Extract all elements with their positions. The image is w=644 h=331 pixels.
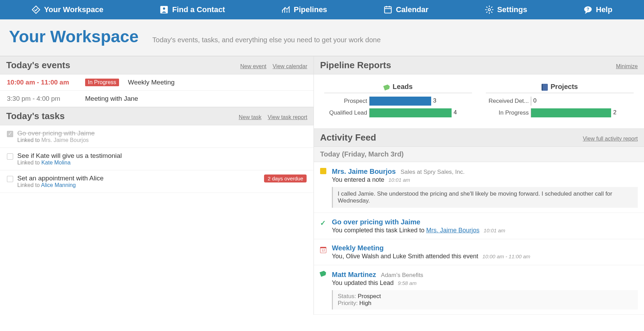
page-title: Your Workspace — [9, 27, 138, 46]
task-linked-contact[interactable]: Alice Manning — [41, 182, 76, 188]
new-event-link[interactable]: New event — [240, 63, 266, 70]
nav-workspace-label: Your Workspace — [44, 5, 103, 14]
calendar-small-icon: 12 — [320, 247, 327, 254]
event-title: Weekly Meeting — [128, 79, 175, 86]
activity-item-time: 10:01 am — [484, 227, 506, 233]
activity-item[interactable]: Mrs. Jaime BourjosSales at Spry Sales, I… — [314, 162, 644, 213]
workspace-icon — [31, 5, 40, 14]
activity-date-heading: Today (Friday, March 3rd) — [314, 147, 644, 162]
activity-item-desc: You, Olive Walsh and Luke Smith attended… — [332, 253, 638, 260]
help-icon: ? — [583, 5, 592, 14]
task-title: See if Kate will give us a testimonial — [17, 152, 307, 160]
activity-item-meta: Sales at Spry Sales, Inc. — [401, 169, 465, 176]
top-nav: Your Workspace Find a Contact Pipelines … — [0, 0, 644, 19]
view-calendar-link[interactable]: View calendar — [273, 63, 307, 70]
task-row[interactable]: Go over pricing with JaimeLinked to Mrs.… — [0, 125, 314, 148]
nav-calendar-label: Calendar — [396, 5, 428, 14]
nav-workspace[interactable]: Your Workspace — [31, 5, 103, 14]
events-title: Today's events — [6, 60, 70, 71]
pipeline-header: Pipeline Reports Minimize — [314, 56, 644, 74]
activity-item-meta: Adam's Benefits — [381, 272, 423, 279]
pipeline-row-value: 4 — [454, 109, 457, 116]
task-row[interactable]: See if Kate will give us a testimonialLi… — [0, 148, 314, 170]
nav-help[interactable]: ? Help — [583, 5, 613, 14]
view-activity-report-link[interactable]: View full activity report — [583, 136, 638, 142]
pipeline-row-label: Qualified Lead — [324, 109, 369, 116]
pipeline-title: Pipeline Reports — [320, 60, 391, 71]
activity-desc-link[interactable]: Mrs. Jaime Bourjos — [426, 227, 480, 234]
activity-item-time: 10:01 am — [388, 177, 410, 183]
nav-settings-label: Settings — [497, 5, 527, 14]
event-title: Meeting with Jane — [85, 95, 138, 102]
task-row[interactable]: Set an appointment with AliceLinked to A… — [0, 170, 314, 193]
task-checkbox[interactable] — [7, 131, 13, 137]
task-checkbox[interactable] — [7, 153, 13, 160]
activity-item-desc: You updated this Lead9:58 am — [332, 279, 638, 287]
pipeline-bar: 3 — [369, 97, 472, 106]
pipeline-row-label: Received Det... — [486, 98, 531, 105]
activity-item[interactable]: ✓Go over pricing with JaimeYou completed… — [314, 213, 644, 239]
svg-point-1 — [163, 8, 165, 10]
new-task-link[interactable]: New task — [239, 114, 262, 120]
activity-item-name[interactable]: Weekly Meeting — [332, 244, 384, 252]
activity-item-name[interactable]: Go over pricing with Jaime — [332, 218, 420, 226]
page-header: Your Workspace Today's events, tasks, an… — [0, 19, 644, 56]
pipeline-row[interactable]: Prospect3 — [324, 97, 472, 106]
event-row[interactable]: 3:30 pm - 4:00 pmMeeting with Jane — [0, 91, 314, 107]
pipeline-row-value: 3 — [433, 97, 436, 104]
activity-item[interactable]: 12Weekly MeetingYou, Olive Walsh and Luk… — [314, 239, 644, 265]
task-checkbox[interactable] — [7, 176, 13, 182]
event-time: 3:30 pm - 4:00 pm — [7, 95, 76, 102]
task-linked: Linked to Mrs. Jaime Bourjos — [17, 137, 307, 143]
pipeline-bar: 2 — [531, 108, 634, 117]
pipeline-row[interactable]: Qualified Lead4 — [324, 108, 472, 117]
page-subtitle: Today's events, tasks, and everything el… — [152, 36, 381, 44]
nav-find-contact[interactable]: Find a Contact — [160, 5, 225, 14]
nav-calendar[interactable]: Calendar — [383, 5, 428, 14]
minimize-link[interactable]: Minimize — [616, 63, 638, 70]
tasks-title: Today's tasks — [6, 111, 65, 122]
activity-title: Activity Feed — [320, 132, 376, 143]
lead-icon — [320, 271, 327, 278]
task-linked-contact[interactable]: Kate Molina — [41, 160, 71, 166]
activity-status-block: Status: ProspectPriority: High — [332, 290, 638, 310]
task-title: Set an appointment with Alice — [17, 175, 307, 182]
pipeline-row[interactable]: Received Det...0 — [486, 97, 634, 106]
svg-point-6 — [488, 9, 490, 11]
gear-icon — [485, 5, 494, 14]
nav-pipelines[interactable]: Pipelines — [281, 5, 327, 14]
overdue-badge: 2 days overdue — [264, 175, 307, 182]
calendar-icon — [383, 5, 392, 14]
pipeline-block-heading[interactable]: Leads — [324, 83, 472, 93]
tasks-header: Today's tasks New task View task report — [0, 107, 314, 125]
nav-find-contact-label: Find a Contact — [172, 5, 225, 14]
contact-icon — [160, 5, 169, 14]
event-time: 10:00 am - 11:00 am — [7, 79, 76, 86]
activity-note: I called Jamie. She understood the prici… — [332, 187, 638, 208]
task-linked: Linked to Kate Molina — [17, 160, 307, 166]
nav-settings[interactable]: Settings — [485, 5, 527, 14]
pipeline-block-heading[interactable]: Projects — [486, 83, 634, 93]
pipeline-row[interactable]: In Progress2 — [486, 108, 634, 117]
task-title: Go over pricing with Jaime — [17, 129, 307, 137]
pipeline-row-label: In Progress — [486, 109, 531, 116]
pipeline-block: LeadsProspect3Qualified Lead4 — [324, 83, 472, 120]
activity-item-name[interactable]: Mrs. Jaime Bourjos — [332, 168, 396, 176]
leads-icon — [384, 85, 390, 90]
nav-help-label: Help — [596, 5, 613, 14]
event-row[interactable]: 10:00 am - 11:00 amIn ProgressWeekly Mee… — [0, 74, 314, 91]
pipeline-row-value: 2 — [613, 109, 616, 116]
activity-item-name[interactable]: Matt Martinez — [332, 271, 376, 279]
activity-item[interactable]: Matt MartinezAdam's BenefitsYou updated … — [314, 265, 644, 315]
activity-header: Activity Feed View full activity report — [314, 128, 644, 147]
in-progress-badge: In Progress — [85, 79, 119, 86]
projects-icon — [542, 84, 548, 91]
svg-rect-2 — [384, 7, 391, 13]
pipeline-bar: 4 — [369, 108, 472, 117]
pipeline-block: ProjectsReceived Det...0In Progress2 — [486, 83, 634, 120]
view-task-report-link[interactable]: View task report — [268, 114, 307, 120]
nav-pipelines-label: Pipelines — [294, 5, 327, 14]
activity-item-time: 10:00 am - 11:00 am — [482, 253, 530, 259]
pipeline-row-value: 0 — [533, 97, 536, 104]
pipelines-icon — [281, 5, 290, 14]
